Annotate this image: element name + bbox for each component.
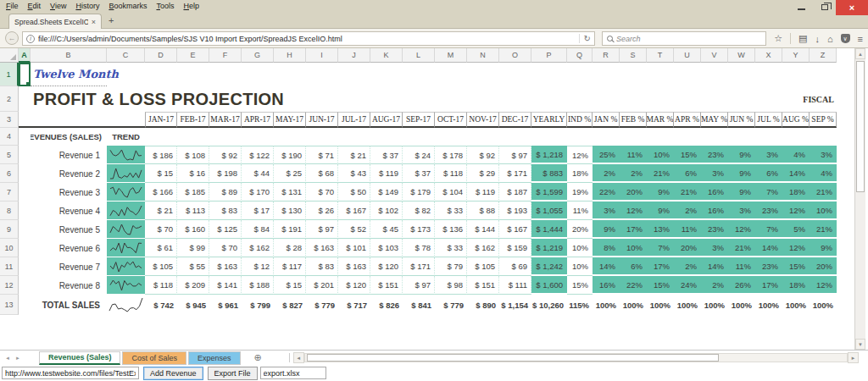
month-pct-cell[interactable]: 2% bbox=[620, 164, 647, 183]
cell-a2[interactable] bbox=[19, 86, 31, 112]
column-header-q[interactable]: Q bbox=[567, 48, 593, 63]
month-pct-cell[interactable]: 7% bbox=[755, 183, 782, 202]
month-pct-cell[interactable]: 12% bbox=[620, 202, 647, 220]
monthly-value-cell[interactable]: $ 144 bbox=[467, 220, 499, 239]
monthly-value-cell[interactable]: $ 101 bbox=[338, 239, 370, 257]
monthly-value-cell[interactable]: $ 166 bbox=[145, 183, 177, 202]
month-pct-cell[interactable]: 12% bbox=[728, 220, 755, 239]
monthly-value-cell[interactable]: $ 44 bbox=[242, 164, 274, 183]
month-pct-cell[interactable]: 5% bbox=[782, 220, 810, 239]
column-header-p[interactable]: P bbox=[531, 48, 567, 63]
column-header-x[interactable]: X bbox=[755, 48, 782, 63]
monthly-value-cell[interactable]: $ 119 bbox=[370, 164, 403, 183]
close-tab-icon[interactable]: × bbox=[92, 18, 96, 26]
column-header-l[interactable]: L bbox=[403, 48, 435, 63]
row-header-3[interactable]: 3 bbox=[0, 112, 19, 128]
total-pct-cell[interactable]: 100% bbox=[674, 295, 701, 315]
row-header-11[interactable]: 11 bbox=[0, 257, 19, 276]
monthly-value-cell[interactable]: $ 120 bbox=[338, 276, 370, 295]
row-header-10[interactable]: 10 bbox=[0, 239, 19, 257]
revenue-label-7[interactable]: Revenue 7 bbox=[31, 257, 107, 276]
monthly-value-cell[interactable]: $ 122 bbox=[242, 146, 274, 164]
month-pct-cell[interactable]: 9% bbox=[728, 164, 755, 183]
trend-cell-8[interactable] bbox=[107, 276, 145, 295]
column-header-s[interactable]: S bbox=[620, 48, 647, 63]
pct-header-may[interactable]: MAY % bbox=[701, 112, 728, 128]
total-trend-cell[interactable] bbox=[107, 295, 145, 315]
cell-b3[interactable] bbox=[31, 112, 107, 128]
ind-pct-cell[interactable]: 11% bbox=[567, 202, 593, 220]
column-header-m[interactable]: M bbox=[435, 48, 467, 63]
month-header-jun-17[interactable]: JUN-17 bbox=[306, 112, 338, 128]
url-bar[interactable]: i file:///C:/Users/admin/Documents/Sampl… bbox=[22, 31, 595, 46]
month-pct-cell[interactable]: 14% bbox=[701, 257, 728, 276]
monthly-value-cell[interactable]: $ 118 bbox=[435, 164, 467, 183]
monthly-value-cell[interactable]: $ 201 bbox=[306, 276, 338, 295]
month-header-feb-17[interactable]: FEB-17 bbox=[177, 112, 209, 128]
row-header-1[interactable]: 1 bbox=[0, 63, 19, 86]
hamburger-menu-icon[interactable]: ≡ bbox=[858, 34, 863, 44]
minimize-button[interactable] bbox=[790, 0, 813, 14]
pct-header-apr[interactable]: APR % bbox=[674, 112, 701, 128]
menu-view[interactable]: View bbox=[50, 2, 66, 10]
cell-a8[interactable] bbox=[19, 202, 31, 220]
cell-c3[interactable] bbox=[107, 112, 145, 128]
add-sheet-icon[interactable]: ⊕ bbox=[254, 352, 262, 363]
month-pct-cell[interactable]: 23% bbox=[755, 202, 782, 220]
export-filename-input[interactable] bbox=[260, 367, 326, 379]
total-pct-cell[interactable]: 100% bbox=[701, 295, 728, 315]
column-header-t[interactable]: T bbox=[647, 48, 674, 63]
column-header-h[interactable]: H bbox=[274, 48, 306, 63]
monthly-value-cell[interactable]: $ 45 bbox=[370, 220, 403, 239]
month-pct-cell[interactable]: 22% bbox=[620, 276, 647, 295]
column-header-o[interactable]: O bbox=[499, 48, 531, 63]
monthly-value-cell[interactable]: $ 105 bbox=[467, 257, 499, 276]
monthly-value-cell[interactable]: $ 55 bbox=[177, 257, 209, 276]
monthly-value-cell[interactable]: $ 84 bbox=[242, 220, 274, 239]
monthly-value-cell[interactable]: $ 97 bbox=[306, 220, 338, 239]
row1-empty-cells[interactable] bbox=[107, 63, 837, 86]
revenue-label-5[interactable]: Revenue 5 bbox=[31, 220, 107, 239]
row-header-12[interactable]: 12 bbox=[0, 276, 19, 295]
total-pct-cell[interactable]: 100% bbox=[620, 295, 647, 315]
month-pct-cell[interactable]: 21% bbox=[810, 183, 837, 202]
yearly-value-cell[interactable]: $ 1,055 bbox=[531, 202, 567, 220]
cell-a10[interactable] bbox=[19, 239, 31, 257]
row-header-9[interactable]: 9 bbox=[0, 220, 19, 239]
monthly-value-cell[interactable]: $ 16 bbox=[177, 164, 209, 183]
monthly-value-cell[interactable]: $ 99 bbox=[177, 239, 209, 257]
export-file-button[interactable]: Export File bbox=[208, 367, 258, 380]
sheet-tab-cost-of-sales[interactable]: Cost of Sales bbox=[122, 351, 186, 365]
month-pct-cell[interactable]: 23% bbox=[701, 220, 728, 239]
monthly-value-cell[interactable]: $ 92 bbox=[467, 146, 499, 164]
cell-a7[interactable] bbox=[19, 183, 31, 202]
download-icon[interactable]: ↓ bbox=[815, 34, 820, 44]
menu-bookmarks[interactable]: Bookmarks bbox=[108, 2, 147, 10]
monthly-value-cell[interactable]: $ 198 bbox=[209, 164, 242, 183]
monthly-value-cell[interactable]: $ 118 bbox=[145, 276, 177, 295]
cell-a9[interactable] bbox=[19, 220, 31, 239]
month-pct-cell[interactable]: 23% bbox=[755, 257, 782, 276]
month-pct-cell[interactable]: 3% bbox=[593, 202, 620, 220]
row-header-5[interactable]: 5 bbox=[0, 146, 19, 164]
column-header-b[interactable]: B bbox=[31, 48, 107, 63]
back-button[interactable]: ← bbox=[5, 31, 19, 45]
monthly-value-cell[interactable]: $ 97 bbox=[499, 146, 531, 164]
fiscal-label-cell[interactable]: FISCAL bbox=[593, 86, 837, 112]
total-monthly-cell[interactable]: $ 826 bbox=[370, 295, 403, 315]
month-pct-cell[interactable]: 17% bbox=[647, 257, 674, 276]
ind-pct-cell[interactable]: 15% bbox=[567, 276, 593, 295]
total-pct-cell[interactable]: 100% bbox=[647, 295, 674, 315]
total-monthly-cell[interactable]: $ 779 bbox=[306, 295, 338, 315]
monthly-value-cell[interactable]: $ 29 bbox=[467, 164, 499, 183]
cell-a4[interactable] bbox=[19, 128, 31, 146]
trend-label[interactable]: TREND bbox=[107, 128, 145, 146]
pct-header-jan[interactable]: JAN % bbox=[593, 112, 620, 128]
monthly-value-cell[interactable]: $ 191 bbox=[274, 220, 306, 239]
month-pct-cell[interactable]: 9% bbox=[728, 146, 755, 164]
month-pct-cell[interactable]: 16% bbox=[593, 276, 620, 295]
month-pct-cell[interactable]: 12% bbox=[782, 202, 810, 220]
row-header-2[interactable]: 2 bbox=[0, 86, 19, 112]
add-revenue-button[interactable]: Add Revenue bbox=[143, 367, 203, 380]
monthly-value-cell[interactable]: $ 167 bbox=[338, 202, 370, 220]
